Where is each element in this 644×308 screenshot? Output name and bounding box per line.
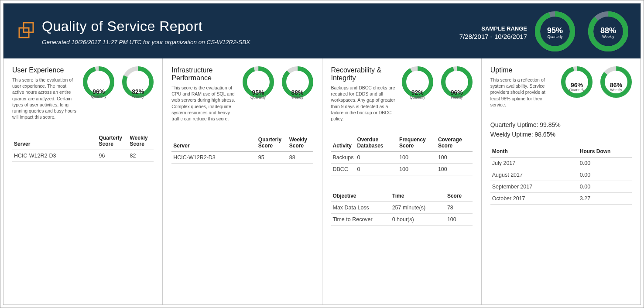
panel-desc: This score is a reflection of system ava… [490,77,556,108]
table-cell: 0 [355,152,397,164]
table-cell: 82 [128,150,154,162]
donut-center: 96%Quarterly [561,66,593,108]
table-cell: Max Data Loss [331,202,391,214]
sample-range-dates: 7/28/2017 - 10/26/2017 [459,33,527,40]
th-qscore: Quarterly Score [97,132,128,150]
th-wscore: Weekly Score [288,134,313,152]
table-cell: 0 [355,164,397,175]
th-server: Server [12,132,97,150]
panel-recoverability: Recoverability & Integrity Backups and D… [322,58,482,305]
th-activity: Activity [331,134,356,152]
donut-period: Weekly [610,88,622,92]
uptime-gauge-quarterly: 96%Quarterly [561,66,593,108]
table-cell: August 2017 [490,169,578,181]
uptime-table: Month Hours Down July 20170.00August 201… [490,146,632,205]
table-cell: July 2017 [490,157,578,169]
th-hours: Hours Down [578,146,632,157]
table-row: July 20170.00 [490,157,632,169]
ux-gauge-weekly: 82%Weekly [122,66,154,120]
quarterly-uptime-line: Quarterly Uptime: 99.85% [490,120,632,130]
table-cell: HCIC-W12R2-D3 [12,150,97,162]
table-cell: Time to Recover [331,214,391,226]
recovery-activity-table: Activity Overdue Databases Frequency Sco… [331,134,473,175]
table-cell: 0.00 [578,157,632,169]
donut-period: Weekly [451,95,463,99]
table-cell: 0.00 [578,169,632,181]
header-gauge-weekly: 88%Weekly [588,11,628,53]
table-cell: 0.00 [578,181,632,192]
panel-desc: This score is the evaluation of CPU and … [171,85,238,122]
table-cell: 100 [445,214,473,226]
panel-user-experience: User Experience This score is the evalua… [3,58,163,305]
th-obj: Objective [331,190,391,202]
panel-desc: This score is the evaluation of user exp… [12,77,79,120]
table-cell: 100 [397,152,436,164]
table-cell: HCIC-W12R2-D3 [171,152,257,164]
donut-center: 88%Weekly [588,11,628,53]
donut-center: 95%Quarterly [243,66,274,122]
table-row: HCIC-W12R2-D39682 [12,150,154,162]
table-cell: DBCC [331,164,356,175]
uptime-gauge-weekly: 86%Weekly [600,66,632,108]
donut-center: 96%Weekly [441,66,473,122]
donut-center: 95%Quarterly [535,11,575,53]
report-subtitle: Generated 10/26/2017 11:27 PM UTC for yo… [42,39,250,45]
table-cell: 0 hour(s) [391,214,445,226]
recovery-objective-table: Objective Time Score Max Data Loss257 mi… [331,190,473,226]
table-cell: 95 [257,152,288,164]
th-cov: Coverage Score [436,134,473,152]
th-server: Server [171,134,257,152]
ux-table: Server Quarterly Score Weekly Score HCIC… [12,132,154,162]
table-cell: 88 [288,152,313,164]
table-cell: September 2017 [490,181,578,192]
panels-row: User Experience This score is the evalua… [3,58,641,305]
donut-center: 86%Weekly [600,66,632,108]
donut-period: Quarterly [250,95,266,99]
donut-period: Weekly [602,34,614,39]
panel-desc: Backups and DBCC checks are required for… [331,85,397,122]
infra-gauge-weekly: 88%Weekly [282,66,313,122]
donut-center: 96%Quarterly [83,66,114,120]
recovery-gauge-quarterly: 92%Quarterly [402,66,433,122]
donut-period: Weekly [291,95,304,99]
table-cell: 3.27 [578,192,632,204]
table-cell: 78 [445,202,473,214]
donut-period: Quarterly [91,94,106,99]
donut-percent: 95% [547,26,563,35]
table-row: Max Data Loss257 minute(s)78 [331,202,473,214]
weekly-uptime-line: Weekly Uptime: 98.65% [490,130,632,139]
table-cell: Backups [331,152,356,164]
donut-percent: 88% [600,26,616,35]
donut-period: Quarterly [548,34,563,39]
table-cell: 100 [436,164,473,175]
sample-range-label: SAMPLE RANGE [459,25,527,32]
table-row: Backups0100100 [331,152,473,164]
table-cell: 96 [97,150,128,162]
infra-table: Server Quarterly Score Weekly Score HCIC… [171,134,313,164]
table-cell: 100 [397,164,436,175]
table-row: Time to Recover0 hour(s)100 [331,214,473,226]
th-time: Time [391,190,445,202]
donut-period: Quarterly [569,88,585,92]
donut-period: Quarterly [410,95,425,99]
recovery-gauge-weekly: 96%Weekly [441,66,473,122]
table-cell: October 2017 [490,192,578,204]
th-score: Score [445,190,473,202]
donut-center: 82%Weekly [122,66,154,120]
th-qscore: Quarterly Score [257,134,288,152]
sample-range: SAMPLE RANGE 7/28/2017 - 10/26/2017 [459,25,527,40]
table-row: October 20173.27 [490,192,632,204]
panel-uptime: Uptime This score is a reflection of sys… [482,58,641,305]
logo-icon [17,21,36,39]
ux-gauge-quarterly: 96%Quarterly [83,66,114,120]
th-month: Month [490,146,578,157]
table-row: DBCC0100100 [331,164,473,175]
header-gauge-quarterly: 95%Quarterly [535,11,575,53]
th-overdue: Overdue Databases [355,134,397,152]
infra-gauge-quarterly: 95%Quarterly [243,66,274,122]
donut-center: 88%Weekly [282,66,313,122]
panel-infrastructure: Infrastructure Performance This score is… [163,58,322,305]
panel-title: Recoverability & Integrity [331,66,397,82]
table-cell: 100 [436,152,473,164]
th-wscore: Weekly Score [128,132,154,150]
